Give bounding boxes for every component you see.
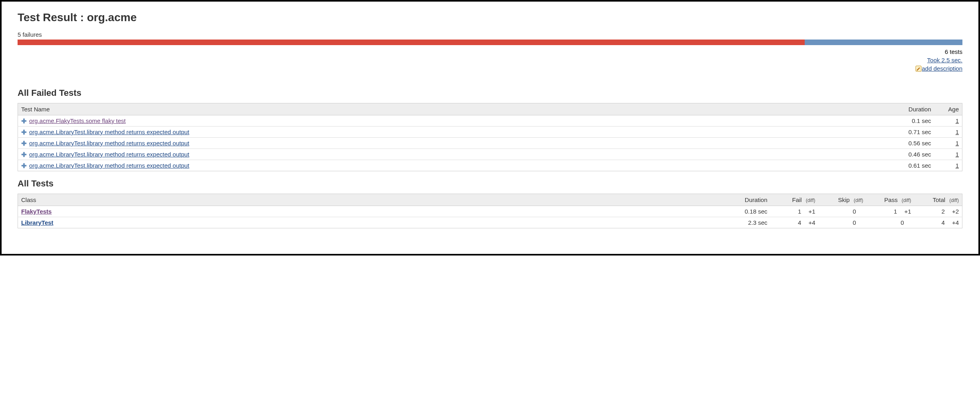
col-age[interactable]: Age [934,103,962,115]
age-link[interactable]: 1 [956,129,959,135]
total-cell: 4+4 [915,217,962,228]
duration-cell: 0.61 sec [895,160,934,171]
add-description-link[interactable]: add description [922,65,962,72]
bar-pass-segment [805,40,962,45]
duration-cell: 0.56 sec [895,138,934,149]
age-link[interactable]: 1 [956,151,959,158]
duration-cell: 0.18 sec [735,206,771,217]
table-row: org.acme.LibraryTest.library method retu… [18,127,962,138]
test-name-link[interactable]: org.acme.LibraryTest.library method retu… [29,129,189,135]
col-duration[interactable]: Duration [895,103,934,115]
col-class[interactable]: Class [18,194,735,206]
skip-cell: 0 [819,206,867,217]
svg-rect-10 [22,165,26,166]
table-row: org.acme.LibraryTest.library method retu… [18,149,962,160]
total-tests-label: 6 tests [18,48,962,56]
svg-rect-6 [22,143,26,144]
page-title: Test Result : org.acme [18,11,962,24]
expand-icon[interactable] [21,163,27,168]
total-cell: 2+2 [915,206,962,217]
svg-rect-4 [22,132,26,133]
class-link[interactable]: FlakyTests [21,208,52,215]
table-row: FlakyTests0.18 sec1+101+12+2 [18,206,962,217]
test-name-link[interactable]: org.acme.FlakyTests.some flaky test [29,117,126,124]
test-name-link[interactable]: org.acme.LibraryTest.library method retu… [29,162,189,169]
pass-cell: 1+1 [867,206,915,217]
test-name-link[interactable]: org.acme.LibraryTest.library method retu… [29,151,189,158]
table-row: org.acme.FlakyTests.some flaky test0.1 s… [18,115,962,127]
expand-icon[interactable] [21,152,27,157]
table-row: org.acme.LibraryTest.library method retu… [18,160,962,171]
all-tests-heading: All Tests [18,178,962,189]
duration-cell: 0.46 sec [895,149,934,160]
failed-tests-table: Test Name Duration Age org.acme.FlakyTes… [18,103,962,171]
col-duration[interactable]: Duration [735,194,771,206]
test-name-link[interactable]: org.acme.LibraryTest.library method retu… [29,140,189,147]
failures-count-label: 5 failures [18,31,962,38]
failed-tests-heading: All Failed Tests [18,88,962,98]
col-test-name[interactable]: Test Name [18,103,895,115]
col-pass[interactable]: Pass(diff) [867,194,915,206]
svg-rect-2 [22,121,26,122]
expand-icon[interactable] [21,141,27,146]
age-link[interactable]: 1 [956,140,959,147]
test-progress-bar [18,40,962,45]
class-link[interactable]: LibraryTest [21,219,54,226]
duration-cell: 0.1 sec [895,115,934,127]
col-skip[interactable]: Skip(diff) [819,194,867,206]
fail-cell: 4+4 [771,217,819,228]
bar-fail-segment [18,40,805,45]
expand-icon[interactable] [21,118,27,124]
svg-rect-8 [22,154,26,155]
age-link[interactable]: 1 [956,162,959,169]
expand-icon[interactable] [21,129,27,135]
col-fail[interactable]: Fail(diff) [771,194,819,206]
age-link[interactable]: 1 [956,117,959,124]
duration-cell: 2.3 sec [735,217,771,228]
duration-cell: 0.71 sec [895,127,934,138]
col-total[interactable]: Total(diff) [915,194,962,206]
table-row: LibraryTest2.3 sec4+4004+4 [18,217,962,228]
duration-link[interactable]: Took 2.5 sec. [927,57,962,63]
edit-icon [915,65,922,72]
all-tests-table: Class Duration Fail(diff) Skip(diff) Pas… [18,194,962,228]
skip-cell: 0 [819,217,867,228]
fail-cell: 1+1 [771,206,819,217]
table-row: org.acme.LibraryTest.library method retu… [18,138,962,149]
pass-cell: 0 [867,217,915,228]
